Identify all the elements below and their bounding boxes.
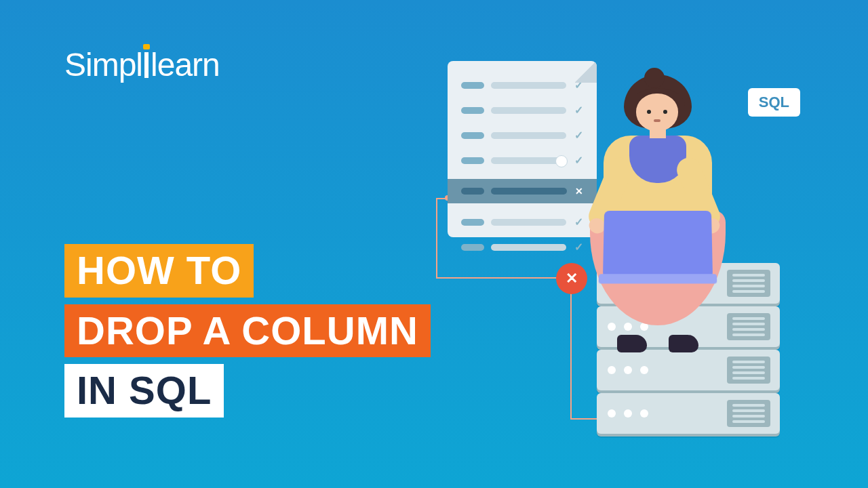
- title-line-1: HOW TO: [64, 244, 254, 298]
- wire: [436, 277, 557, 279]
- brand-i-icon: [144, 52, 149, 78]
- title-block: HOW TO DROP A COLUMN IN SQL: [64, 244, 431, 424]
- title-line-3: IN SQL: [64, 364, 224, 418]
- illustration: SQL ✓ ✓ ✓ ✓ ✕ ✓ ✓ ✕: [420, 47, 800, 454]
- server-unit: [597, 393, 780, 434]
- title-line-2: DROP A COLUMN: [64, 304, 431, 358]
- brand-part1: Simpl: [64, 47, 142, 83]
- brand-part2: learn: [151, 47, 220, 83]
- sql-badge: SQL: [748, 88, 800, 117]
- wire: [436, 198, 437, 279]
- brand-logo: Simpllearn: [64, 46, 220, 83]
- server-unit: [597, 350, 780, 390]
- person-illustration: [563, 68, 739, 352]
- laptop-icon: [603, 211, 713, 278]
